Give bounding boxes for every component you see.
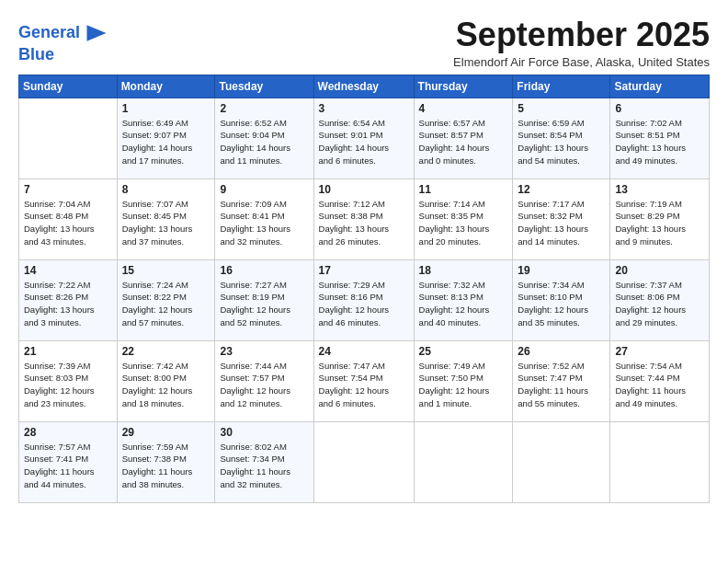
calendar-cell: 26Sunrise: 7:52 AMSunset: 7:47 PMDayligh… (513, 340, 610, 421)
day-number: 14 (24, 264, 112, 277)
day-number: 6 (615, 102, 704, 115)
day-number: 8 (122, 183, 210, 196)
day-info: Sunrise: 7:14 AMSunset: 8:35 PMDaylight:… (419, 198, 508, 248)
day-number: 18 (419, 264, 508, 277)
weekday-header-tuesday: Tuesday (215, 75, 313, 98)
day-info: Sunrise: 8:02 AMSunset: 7:34 PMDaylight:… (220, 441, 308, 491)
calendar-cell: 29Sunrise: 7:59 AMSunset: 7:38 PMDayligh… (117, 421, 215, 502)
day-number: 7 (24, 183, 112, 196)
calendar-cell: 20Sunrise: 7:37 AMSunset: 8:06 PMDayligh… (610, 259, 710, 340)
day-info: Sunrise: 7:34 AMSunset: 8:10 PMDaylight:… (518, 279, 605, 329)
calendar-cell: 15Sunrise: 7:24 AMSunset: 8:22 PMDayligh… (117, 259, 215, 340)
day-number: 26 (518, 345, 605, 358)
calendar-cell: 16Sunrise: 7:27 AMSunset: 8:19 PMDayligh… (215, 259, 313, 340)
day-info: Sunrise: 7:04 AMSunset: 8:48 PMDaylight:… (24, 198, 112, 248)
day-number: 27 (615, 345, 704, 358)
calendar-cell: 1Sunrise: 6:49 AMSunset: 9:07 PMDaylight… (117, 98, 215, 178)
calendar-cell: 23Sunrise: 7:44 AMSunset: 7:57 PMDayligh… (215, 340, 313, 421)
day-info: Sunrise: 7:44 AMSunset: 7:57 PMDaylight:… (220, 360, 308, 410)
day-info: Sunrise: 7:37 AMSunset: 8:06 PMDaylight:… (615, 279, 704, 329)
location: Elmendorf Air Force Base, Alaska, United… (453, 55, 710, 69)
day-info: Sunrise: 7:02 AMSunset: 8:51 PMDaylight:… (615, 117, 704, 167)
day-number: 5 (518, 102, 605, 115)
calendar-cell: 25Sunrise: 7:49 AMSunset: 7:50 PMDayligh… (414, 340, 513, 421)
day-info: Sunrise: 7:39 AMSunset: 8:03 PMDaylight:… (24, 360, 112, 410)
calendar-cell: 10Sunrise: 7:12 AMSunset: 8:38 PMDayligh… (313, 178, 414, 259)
calendar-cell: 4Sunrise: 6:57 AMSunset: 8:57 PMDaylight… (414, 98, 513, 178)
day-info: Sunrise: 7:49 AMSunset: 7:50 PMDaylight:… (419, 360, 508, 410)
day-info: Sunrise: 7:27 AMSunset: 8:19 PMDaylight:… (220, 279, 308, 329)
calendar-cell: 14Sunrise: 7:22 AMSunset: 8:26 PMDayligh… (19, 259, 118, 340)
logo-blue-text: Blue (18, 46, 109, 64)
calendar-cell: 22Sunrise: 7:42 AMSunset: 8:00 PMDayligh… (117, 340, 215, 421)
calendar-cell: 24Sunrise: 7:47 AMSunset: 7:54 PMDayligh… (313, 340, 414, 421)
day-info: Sunrise: 6:52 AMSunset: 9:04 PMDaylight:… (220, 117, 308, 167)
calendar-cell: 17Sunrise: 7:29 AMSunset: 8:16 PMDayligh… (313, 259, 414, 340)
day-info: Sunrise: 7:54 AMSunset: 7:44 PMDaylight:… (615, 360, 704, 410)
calendar-cell: 18Sunrise: 7:32 AMSunset: 8:13 PMDayligh… (414, 259, 513, 340)
day-info: Sunrise: 7:42 AMSunset: 8:00 PMDaylight:… (122, 360, 210, 410)
day-info: Sunrise: 6:54 AMSunset: 9:01 PMDaylight:… (319, 117, 409, 167)
logo-icon (84, 20, 109, 46)
day-number: 4 (419, 102, 508, 115)
weekday-header-saturday: Saturday (610, 75, 710, 98)
day-info: Sunrise: 7:29 AMSunset: 8:16 PMDaylight:… (319, 279, 409, 329)
calendar-cell (414, 421, 513, 502)
calendar-cell: 30Sunrise: 8:02 AMSunset: 7:34 PMDayligh… (215, 421, 313, 502)
weekday-header-monday: Monday (117, 75, 215, 98)
day-info: Sunrise: 7:59 AMSunset: 7:38 PMDaylight:… (122, 441, 210, 491)
weekday-header-friday: Friday (513, 75, 610, 98)
day-number: 19 (518, 264, 605, 277)
calendar-table: SundayMondayTuesdayWednesdayThursdayFrid… (18, 75, 710, 503)
day-info: Sunrise: 7:32 AMSunset: 8:13 PMDaylight:… (419, 279, 508, 329)
day-number: 16 (220, 264, 308, 277)
logo: General Blue (18, 20, 109, 64)
day-info: Sunrise: 7:57 AMSunset: 7:41 PMDaylight:… (24, 441, 112, 491)
day-number: 2 (220, 102, 308, 115)
day-number: 3 (319, 102, 409, 115)
day-number: 28 (24, 426, 112, 439)
day-number: 30 (220, 426, 308, 439)
day-number: 21 (24, 345, 112, 358)
calendar-cell (513, 421, 610, 502)
day-number: 22 (122, 345, 210, 358)
day-number: 10 (319, 183, 409, 196)
day-number: 12 (518, 183, 605, 196)
logo-text: General (18, 24, 80, 42)
calendar-cell (313, 421, 414, 502)
weekday-header-wednesday: Wednesday (313, 75, 414, 98)
day-number: 1 (122, 102, 210, 115)
day-number: 9 (220, 183, 308, 196)
day-info: Sunrise: 7:07 AMSunset: 8:45 PMDaylight:… (122, 198, 210, 248)
day-info: Sunrise: 7:09 AMSunset: 8:41 PMDaylight:… (220, 198, 308, 248)
day-number: 25 (419, 345, 508, 358)
day-info: Sunrise: 7:47 AMSunset: 7:54 PMDaylight:… (319, 360, 409, 410)
calendar-cell (19, 98, 118, 178)
day-number: 29 (122, 426, 210, 439)
day-info: Sunrise: 7:12 AMSunset: 8:38 PMDaylight:… (319, 198, 409, 248)
calendar-cell: 3Sunrise: 6:54 AMSunset: 9:01 PMDaylight… (313, 98, 414, 178)
calendar-cell: 12Sunrise: 7:17 AMSunset: 8:32 PMDayligh… (513, 178, 610, 259)
calendar-cell (610, 421, 710, 502)
day-info: Sunrise: 7:24 AMSunset: 8:22 PMDaylight:… (122, 279, 210, 329)
day-info: Sunrise: 6:59 AMSunset: 8:54 PMDaylight:… (518, 117, 605, 167)
day-number: 11 (419, 183, 508, 196)
calendar-cell: 11Sunrise: 7:14 AMSunset: 8:35 PMDayligh… (414, 178, 513, 259)
day-number: 17 (319, 264, 409, 277)
day-number: 20 (615, 264, 704, 277)
day-info: Sunrise: 7:17 AMSunset: 8:32 PMDaylight:… (518, 198, 605, 248)
day-number: 23 (220, 345, 308, 358)
calendar-cell: 27Sunrise: 7:54 AMSunset: 7:44 PMDayligh… (610, 340, 710, 421)
day-info: Sunrise: 7:19 AMSunset: 8:29 PMDaylight:… (615, 198, 704, 248)
calendar-cell: 7Sunrise: 7:04 AMSunset: 8:48 PMDaylight… (19, 178, 118, 259)
calendar-cell: 8Sunrise: 7:07 AMSunset: 8:45 PMDaylight… (117, 178, 215, 259)
calendar-cell: 21Sunrise: 7:39 AMSunset: 8:03 PMDayligh… (19, 340, 118, 421)
calendar-cell: 2Sunrise: 6:52 AMSunset: 9:04 PMDaylight… (215, 98, 313, 178)
day-info: Sunrise: 6:49 AMSunset: 9:07 PMDaylight:… (122, 117, 210, 167)
month-title: September 2025 (453, 17, 710, 53)
title-block: September 2025 Elmendorf Air Force Base,… (453, 17, 710, 69)
calendar-cell: 5Sunrise: 6:59 AMSunset: 8:54 PMDaylight… (513, 98, 610, 178)
calendar-cell: 28Sunrise: 7:57 AMSunset: 7:41 PMDayligh… (19, 421, 118, 502)
calendar-cell: 13Sunrise: 7:19 AMSunset: 8:29 PMDayligh… (610, 178, 710, 259)
day-info: Sunrise: 6:57 AMSunset: 8:57 PMDaylight:… (419, 117, 508, 167)
